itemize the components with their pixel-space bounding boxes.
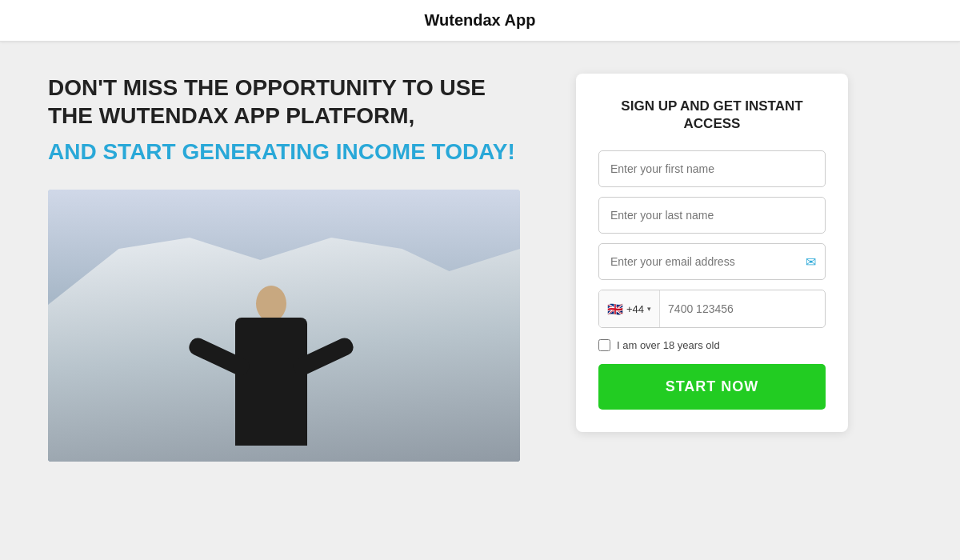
first-name-input[interactable] bbox=[598, 150, 826, 187]
page-wrapper: Wutendax App DON'T MISS THE OPPORTUNITY … bbox=[0, 0, 960, 560]
person-silhouette bbox=[207, 246, 335, 446]
country-code: +44 bbox=[626, 303, 644, 315]
last-name-input[interactable] bbox=[598, 197, 826, 234]
age-checkbox[interactable] bbox=[598, 339, 610, 351]
site-title: Wutendax App bbox=[0, 11, 960, 30]
arm-left bbox=[186, 335, 252, 378]
start-now-button[interactable]: START NOW bbox=[598, 364, 826, 410]
header: Wutendax App bbox=[0, 0, 960, 42]
main-content: DON'T MISS THE OPPORTUNITY TO USE THE WU… bbox=[0, 42, 960, 494]
person-head bbox=[256, 286, 286, 322]
arm-right bbox=[290, 335, 356, 378]
flag-icon: 🇬🇧 bbox=[607, 302, 623, 317]
hero-image bbox=[48, 190, 520, 462]
email-icon: ✉ bbox=[806, 254, 816, 270]
chevron-down-icon: ▾ bbox=[647, 305, 651, 313]
person-body bbox=[235, 318, 307, 446]
age-checkbox-label[interactable]: I am over 18 years old bbox=[617, 339, 720, 351]
phone-input[interactable] bbox=[660, 293, 825, 325]
age-checkbox-wrapper: I am over 18 years old bbox=[598, 339, 826, 351]
phone-wrapper: 🇬🇧 +44 ▾ bbox=[598, 290, 826, 328]
email-wrapper: ✉ bbox=[598, 243, 826, 280]
hero-headline-highlight: AND START GENERATING INCOME TODAY! bbox=[48, 138, 528, 166]
left-column: DON'T MISS THE OPPORTUNITY TO USE THE WU… bbox=[48, 74, 528, 462]
form-title: SIGN UP AND GET INSTANT ACCESS bbox=[598, 98, 826, 133]
email-input[interactable] bbox=[598, 243, 826, 280]
right-column: SIGN UP AND GET INSTANT ACCESS ✉ 🇬🇧 +44 … bbox=[576, 74, 848, 432]
phone-country-selector[interactable]: 🇬🇧 +44 ▾ bbox=[599, 290, 660, 327]
hero-headline: DON'T MISS THE OPPORTUNITY TO USE THE WU… bbox=[48, 74, 528, 130]
signup-form-card: SIGN UP AND GET INSTANT ACCESS ✉ 🇬🇧 +44 … bbox=[576, 74, 848, 432]
